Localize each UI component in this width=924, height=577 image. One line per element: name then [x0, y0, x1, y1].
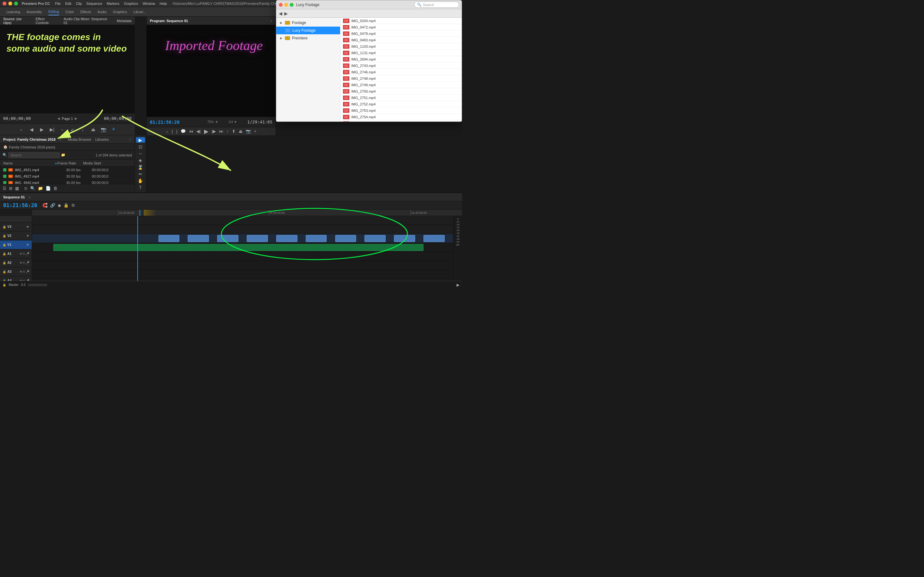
track-lock-icon[interactable]: 🔒 [3, 270, 6, 274]
menu-clip[interactable]: Clip [76, 2, 82, 5]
selection-tool-btn[interactable]: ▶ [136, 137, 145, 143]
mute-btn[interactable]: M [20, 270, 22, 274]
step-forward-button[interactable]: ▶| [49, 127, 55, 132]
search-btn[interactable]: 🔍 [30, 186, 35, 191]
project-menu-icon[interactable]: ≡ [59, 137, 61, 141]
menu-markers[interactable]: Markers [107, 2, 120, 5]
zoom-dropdown-icon[interactable]: ▼ [215, 120, 218, 124]
fb-file-row[interactable]: IMG_2752.mp4 [341, 101, 462, 107]
minimize-button[interactable] [8, 2, 12, 5]
master-expand-icon[interactable]: ▶ [457, 283, 459, 287]
program-tab-label[interactable]: Program: Sequence 01 [150, 19, 188, 23]
mic-icon[interactable]: 🎤 [26, 270, 29, 274]
seq-settings-btn[interactable]: ⚙ [71, 203, 75, 208]
fb-sidebar-premiere[interactable]: ▶ Premiere [276, 34, 340, 42]
home-icon[interactable]: 🏠 [3, 145, 8, 149]
video-clip[interactable] [306, 235, 327, 242]
file-row[interactable]: IMG_4927.mp430.00 fps00:00:00;0 [0, 173, 134, 179]
libraries-tab[interactable]: Libraries [95, 137, 109, 141]
fb-file-row[interactable]: IMG_2750.mp4 [341, 88, 462, 95]
track-label-a3[interactable]: 🔒A3MS🎤 [0, 268, 32, 276]
fb-file-row[interactable]: IMG_2749.mp4 [341, 82, 462, 88]
track-lock-icon[interactable]: 🔒 [3, 252, 6, 255]
fb-max-btn[interactable] [290, 3, 294, 7]
track-label-a4[interactable]: 🔒A4MS🎤 [0, 276, 32, 281]
video-clip[interactable] [365, 235, 386, 242]
hand-tool-btn[interactable]: ✋ [136, 178, 145, 184]
visibility-icon[interactable]: 👁 [26, 243, 29, 247]
maximize-button[interactable] [14, 2, 18, 5]
file-row[interactable]: IMG_4942.mp430.00 fps00:00:00;0 [0, 179, 134, 184]
prog-prev-marker-btn[interactable]: { [172, 129, 173, 134]
fb-file-row[interactable]: IMG_2755.mp4 [341, 120, 462, 121]
track-label-a2[interactable]: 🔒A2MS🎤 [0, 258, 32, 268]
fb-sidebar-footage[interactable]: ▶ Footage [276, 19, 340, 27]
track-label-a1[interactable]: 🔒A1MS🎤 [0, 250, 32, 258]
razor-tool-btn[interactable]: ◈ [136, 158, 145, 163]
sequence-timecode[interactable]: 01:21:56:20 [3, 202, 37, 208]
fb-sidebar-lucy-footage[interactable]: Lucy Footage [276, 27, 340, 34]
delete-btn[interactable]: 🗑 [53, 186, 57, 191]
sequence-tab-label[interactable]: Sequence 01 [3, 195, 25, 199]
menu-window[interactable]: Window [142, 2, 155, 5]
video-clip[interactable] [158, 235, 180, 242]
seq-link-btn[interactable]: 🔗 [50, 203, 55, 208]
expand-icon[interactable]: » [129, 137, 131, 141]
camera-button[interactable]: 📷 [100, 127, 107, 132]
solo-btn[interactable]: S [23, 270, 25, 274]
quality-label[interactable]: 1/4 ▼ [228, 120, 237, 124]
fb-file-row[interactable]: IMG_0472.mp4 [341, 24, 462, 31]
fb-file-row[interactable]: IMG_2746.mp4 [341, 69, 462, 75]
source-tab-source[interactable]: Source: (no clips) [3, 16, 31, 25]
video-clip[interactable] [217, 235, 238, 242]
seq-lock-btn[interactable]: 🔒 [63, 203, 69, 208]
video-clip[interactable] [188, 235, 209, 242]
menu-graphics[interactable]: Graphics [124, 2, 138, 5]
prog-camera-btn[interactable]: 📷 [246, 129, 251, 134]
step-back-button[interactable]: ◀ [28, 127, 35, 132]
menu-edit[interactable]: Edit [65, 2, 71, 5]
prog-ff-btn[interactable]: ⏭ [219, 129, 223, 134]
prog-extract-btn[interactable]: ⬆ [232, 129, 236, 134]
fb-search-box[interactable]: 🔍 Search [414, 2, 459, 8]
solo-btn[interactable]: S [23, 261, 25, 264]
page-right-arrow[interactable]: ▶ [75, 117, 78, 120]
source-tab-metadata[interactable]: Metadata [117, 18, 132, 23]
prog-add-btn[interactable]: + [254, 129, 257, 134]
ripple-edit-tool-btn[interactable]: ↔ [136, 151, 145, 156]
prog-play-btn[interactable]: ▶ [204, 128, 208, 135]
page-left-arrow[interactable]: ◀ [57, 117, 60, 120]
project-search-input[interactable] [8, 152, 60, 158]
program-timecode[interactable]: 01:21:56:20 [150, 119, 180, 125]
sort-arrow-icon[interactable]: ▲ [55, 161, 57, 165]
export-button[interactable]: ⏏ [90, 127, 96, 132]
fb-file-row[interactable]: IMG_2754.mp4 [341, 114, 462, 120]
prog-chat-btn[interactable]: 💬 [181, 129, 186, 134]
source-timecode-left[interactable]: 00;00;00;00 [3, 116, 31, 121]
new-sequence-btn[interactable]: 📄 [45, 186, 51, 191]
prog-lift-btn[interactable]: ↑ [226, 129, 229, 134]
overwrite-button[interactable]: ↓ [79, 127, 86, 132]
track-lock-icon[interactable]: 🔒 [3, 226, 6, 229]
insert-button[interactable]: ↙ [69, 127, 76, 132]
media-browser-tab[interactable]: Media Browser [68, 137, 91, 141]
program-menu-icon[interactable]: ≡ [270, 19, 272, 23]
track-label-v2[interactable]: 🔒V2👁 [0, 231, 32, 240]
mute-btn[interactable]: M [20, 261, 22, 264]
fb-file-row[interactable]: IMG_2694.mp4 [341, 56, 462, 63]
source-tab-effects[interactable]: Effect Controls [36, 16, 58, 25]
fb-file-row[interactable]: IMG_1103.mp4 [341, 43, 462, 50]
play-button[interactable]: ▶ [39, 127, 45, 132]
track-lock-icon[interactable]: 🔒 [3, 234, 6, 237]
tab-assembly[interactable]: Assembly [27, 9, 42, 15]
new-bin-icon[interactable]: 📁 [61, 153, 65, 157]
fb-min-btn[interactable] [284, 3, 288, 7]
fb-file-row[interactable]: IMG_0478.mp4 [341, 31, 462, 37]
fb-fwd-btn[interactable]: ▶ [284, 11, 288, 16]
close-button[interactable] [3, 2, 6, 5]
video-clip[interactable] [335, 235, 357, 242]
audio-clip[interactable] [53, 244, 424, 251]
col-name-header[interactable]: Name [3, 161, 55, 165]
prog-add-marker-btn[interactable]: ⬦ [166, 129, 168, 134]
type-tool-btn[interactable]: T [136, 185, 145, 190]
